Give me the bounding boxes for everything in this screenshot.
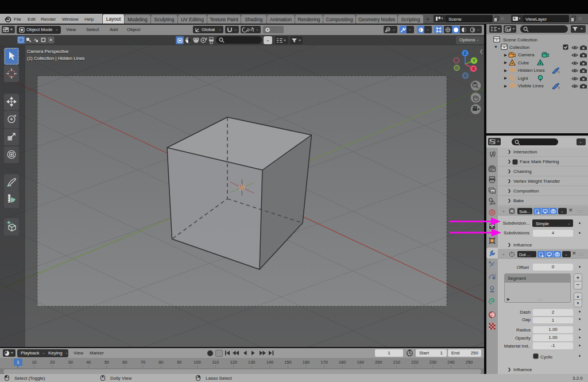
svg-text:200: 200 xyxy=(375,360,382,365)
svg-text:250: 250 xyxy=(466,360,473,365)
svg-text:f: f xyxy=(559,71,560,74)
svg-text:180: 180 xyxy=(339,360,346,365)
svg-text:90: 90 xyxy=(177,360,181,365)
svg-text:110: 110 xyxy=(212,360,219,365)
svg-text:210: 210 xyxy=(393,360,401,365)
svg-text:60: 60 xyxy=(122,360,127,365)
svg-text:230: 230 xyxy=(430,360,437,365)
svg-text:150: 150 xyxy=(284,360,292,365)
svg-text:50: 50 xyxy=(105,360,109,365)
svg-text:130: 130 xyxy=(248,360,256,365)
svg-text:170: 170 xyxy=(320,360,328,365)
svg-text:190: 190 xyxy=(357,360,364,365)
svg-text:220: 220 xyxy=(411,360,419,365)
svg-text:70: 70 xyxy=(141,360,145,365)
svg-text:30: 30 xyxy=(68,360,73,365)
svg-text:X: X xyxy=(472,67,475,71)
svg-text:100: 100 xyxy=(194,360,201,365)
svg-text:140: 140 xyxy=(266,360,274,365)
svg-text:120: 120 xyxy=(230,360,238,365)
svg-text:f: f xyxy=(559,86,560,90)
svg-text:10: 10 xyxy=(32,360,36,365)
svg-text:Z: Z xyxy=(464,51,467,55)
svg-text:20: 20 xyxy=(50,360,55,365)
svg-text:40: 40 xyxy=(86,360,91,365)
svg-text:Y: Y xyxy=(473,59,475,63)
svg-text:80: 80 xyxy=(158,360,163,365)
svg-text:240: 240 xyxy=(447,360,455,365)
svg-text:160: 160 xyxy=(303,360,310,365)
